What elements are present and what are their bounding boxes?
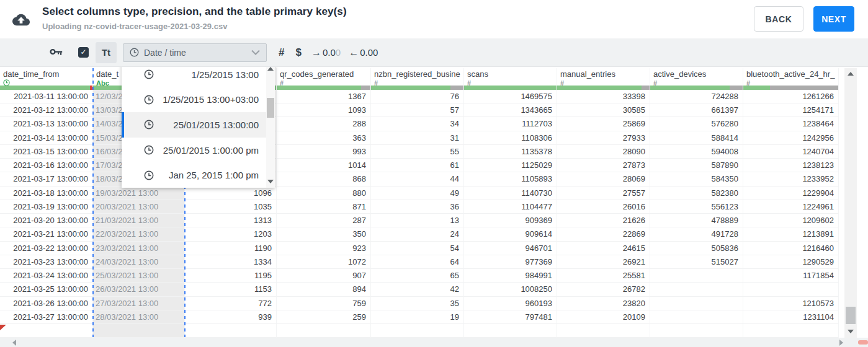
cell[interactable]: 909614	[464, 227, 557, 241]
scroll-up-icon[interactable]	[267, 67, 274, 71]
cell[interactable]: 584350	[650, 172, 743, 186]
cell[interactable]: 22869	[557, 227, 650, 241]
cell[interactable]: 1367	[277, 90, 371, 103]
cell[interactable]: 2021-03-23 13:00:00	[0, 255, 93, 269]
cell[interactable]: 20/03/2021 13:00	[93, 200, 185, 214]
horizontal-scrollbar-thumb[interactable]	[858, 340, 868, 345]
cell[interactable]: 2021-03-21 13:00:00	[0, 227, 93, 241]
cell[interactable]: 76	[371, 90, 464, 103]
cell[interactable]: 64	[371, 255, 464, 269]
cell[interactable]	[650, 310, 743, 324]
cell[interactable]: 49	[371, 187, 464, 200]
type-format-option[interactable]: 25/01/2015 13:00:00	[122, 112, 266, 138]
cell[interactable]: 993	[277, 145, 371, 159]
cell[interactable]: 21626	[557, 214, 650, 227]
cell[interactable]: 24	[371, 227, 464, 241]
cell[interactable]: 868	[277, 172, 371, 186]
cell[interactable]: 350	[277, 227, 371, 241]
cell[interactable]: 25869	[557, 117, 650, 131]
cell[interactable]: 661397	[650, 103, 743, 117]
cell[interactable]: 30585	[557, 103, 650, 117]
cell[interactable]: 44	[371, 172, 464, 186]
cell[interactable]: 2021-03-12 13:00:00	[0, 103, 93, 117]
vertical-scrollbar[interactable]	[844, 68, 857, 338]
cell[interactable]: 1334	[185, 255, 277, 269]
cell[interactable]: 1231104	[743, 310, 839, 324]
cell[interactable]: 2021-03-25 13:00:00	[0, 283, 93, 296]
cell[interactable]: 55	[371, 145, 464, 159]
cell[interactable]: 26016	[557, 200, 650, 214]
cell[interactable]: 1035	[185, 200, 277, 214]
cell[interactable]: 1313	[185, 214, 277, 227]
cell[interactable]: 24/03/2021 13:00	[93, 255, 185, 269]
cell[interactable]: 1008250	[464, 283, 557, 296]
cell[interactable]: 1125029	[464, 159, 557, 172]
cell[interactable]: 907	[277, 269, 371, 283]
cell[interactable]: 556123	[650, 200, 743, 214]
cell[interactable]: 27557	[557, 187, 650, 200]
cell[interactable]: 1153	[185, 283, 277, 296]
cell[interactable]: 21/03/2021 13:00	[93, 214, 185, 227]
cell[interactable]: 2021-03-15 13:00:00	[0, 145, 93, 159]
cell[interactable]: 28069	[557, 172, 650, 186]
cell[interactable]: 880	[277, 187, 371, 200]
scroll-left-icon[interactable]	[12, 340, 16, 346]
cell[interactable]: 1112703	[464, 117, 557, 131]
cell[interactable]: 772	[185, 297, 277, 310]
cell[interactable]: 1203	[185, 227, 277, 241]
cell[interactable]: 1240704	[743, 145, 839, 159]
cell[interactable]: 1213891	[743, 227, 839, 241]
cell[interactable]	[743, 283, 839, 296]
cell[interactable]: 25581	[557, 269, 650, 283]
cell[interactable]: 588414	[650, 131, 743, 145]
cell[interactable]: 1233952	[743, 172, 839, 186]
cell[interactable]: 491728	[650, 227, 743, 241]
cell[interactable]: 1135378	[464, 145, 557, 159]
cell[interactable]: 478889	[650, 214, 743, 227]
cell[interactable]: 259	[277, 310, 371, 324]
cell[interactable]: 1238123	[743, 159, 839, 172]
cell[interactable]: 2021-03-13 13:00:00	[0, 117, 93, 131]
primary-key-icon[interactable]	[50, 47, 63, 58]
type-format-option[interactable]: Jan 25, 2015 1:00 pm	[122, 162, 266, 188]
cell[interactable]: 13	[371, 214, 464, 227]
cell[interactable]: 2021-03-18 13:00:00	[0, 187, 93, 200]
cell[interactable]	[650, 297, 743, 310]
cell[interactable]: 54	[371, 242, 464, 255]
cell[interactable]: 57	[371, 103, 464, 117]
cell[interactable]: 582380	[650, 187, 743, 200]
cell[interactable]: 505836	[650, 242, 743, 255]
scroll-up-icon[interactable]	[848, 72, 854, 76]
cell[interactable]: 1343665	[464, 103, 557, 117]
vertical-scrollbar-thumb[interactable]	[846, 307, 856, 324]
boolean-type-checkbox[interactable]: ✓	[78, 47, 89, 58]
cell[interactable]	[650, 283, 743, 296]
column-header-scans[interactable]: scans#	[464, 68, 557, 90]
cell[interactable]: 34	[371, 117, 464, 131]
cell[interactable]: 1072	[277, 255, 371, 269]
cell[interactable]: 19/03/2021 13:00	[93, 187, 185, 200]
cell[interactable]: 1105893	[464, 172, 557, 186]
cell[interactable]: 28/03/2021 13:00	[93, 310, 185, 324]
cell[interactable]: 923	[277, 242, 371, 255]
cell[interactable]: 977369	[464, 255, 557, 269]
decimal-decrease-button[interactable]: ← 0.00	[349, 47, 378, 58]
cell[interactable]: 1140730	[464, 187, 557, 200]
cell[interactable]: 19	[371, 310, 464, 324]
cell[interactable]: 363	[277, 131, 371, 145]
cell[interactable]: 1242956	[743, 131, 839, 145]
cell[interactable]: 28090	[557, 145, 650, 159]
cell[interactable]: 984991	[464, 269, 557, 283]
horizontal-scrollbar[interactable]	[0, 338, 868, 347]
cell[interactable]: 27873	[557, 159, 650, 172]
type-format-option[interactable]: 25/01/2015 1:00:00 pm	[122, 138, 266, 163]
cell[interactable]: 22/03/2021 13:00	[93, 227, 185, 241]
cell[interactable]: 1216460	[743, 242, 839, 255]
decimal-increase-button[interactable]: → 0.00	[311, 47, 341, 58]
currency-type-icon[interactable]: $	[295, 46, 301, 59]
cell[interactable]: 31	[371, 131, 464, 145]
cell[interactable]: 946701	[464, 242, 557, 255]
column-header-bluetooth_active_24_hr_[interactable]: bluetooth_active_24_hr_#	[743, 68, 839, 90]
cell[interactable]: 2021-03-22 13:00:00	[0, 242, 93, 255]
cell[interactable]: 1108306	[464, 131, 557, 145]
